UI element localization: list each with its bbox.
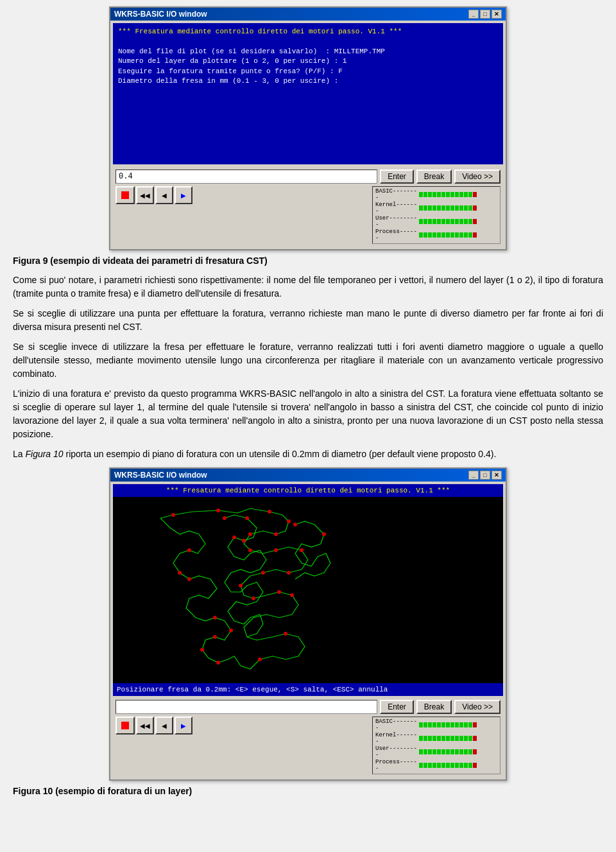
titlebar-2: WKRS-BASIC I/O window _ □ ✕ — [110, 469, 506, 482]
svg-point-24 — [187, 548, 191, 552]
progress-panel-2: BASIC-------- — [372, 717, 501, 774]
figure1-caption-text: Figura 9 (esempio di videata dei paramet… — [13, 256, 268, 266]
svg-point-1 — [216, 509, 220, 512]
progress-row-process-2: Process------ — [375, 759, 497, 772]
rewind-icon-1: ◀◀ — [140, 192, 150, 199]
prev-button-2[interactable]: ◀ — [155, 717, 173, 735]
progress-panel-1: BASIC-------- — [372, 186, 501, 244]
rewind-button-2[interactable]: ◀◀ — [136, 717, 154, 735]
play-button-1[interactable]: ▶ — [175, 186, 193, 204]
svg-point-2 — [268, 510, 271, 514]
drill-points — [171, 509, 326, 665]
maximize-button-2[interactable]: □ — [480, 471, 490, 480]
terminal-line-1 — [118, 37, 498, 46]
svg-point-27 — [242, 539, 246, 543]
window-body-2: *** Fresatura mediante controllo diretto… — [110, 482, 506, 779]
body-paragraph-3: Se si sceglie invece di utilizzare la fr… — [13, 340, 603, 381]
svg-point-5 — [248, 532, 252, 536]
window-controls-1: _ □ ✕ — [468, 10, 502, 19]
close-button-1[interactable]: ✕ — [492, 10, 502, 19]
svg-point-9 — [287, 571, 291, 575]
input-field-1[interactable] — [116, 170, 377, 184]
progress-label-user-1: User--------- — [375, 215, 417, 228]
maximize-button-1[interactable]: □ — [480, 10, 490, 19]
svg-point-25 — [223, 516, 227, 520]
progress-bar-user-1 — [419, 219, 477, 224]
svg-point-18 — [200, 648, 204, 652]
controls-area-2: Enter Break Video >> — [113, 697, 503, 715]
progress-row-kernel-1: Kernel------- — [375, 202, 497, 214]
progress-row-user-2: User--------- — [375, 745, 497, 758]
progress-label-kernel-2: Kernel------- — [375, 732, 417, 745]
progress-bar-basic-1 — [419, 192, 477, 197]
progress-bar-process-1 — [419, 232, 477, 238]
figure2-caption-text: Figura 10 (esempio di foratura di un lay… — [13, 786, 192, 796]
stop-button-1[interactable] — [116, 186, 135, 204]
svg-point-10 — [261, 571, 265, 575]
figure2-caption: Figura 10 (esempio di foratura di un lay… — [13, 786, 603, 796]
playback-controls-2: ◀◀ ◀ ▶ — [116, 717, 370, 735]
window-controls-2: _ □ ✕ — [468, 471, 502, 480]
minimize-button-1[interactable]: _ — [468, 10, 479, 19]
svg-point-20 — [229, 629, 233, 632]
milling-path — [160, 509, 330, 669]
svg-point-11 — [239, 584, 243, 587]
break-button-1[interactable]: Break — [416, 170, 452, 184]
break-button-2[interactable]: Break — [416, 700, 452, 714]
status-bar-2: Posizionare fresa da 0.2mm: <E> esegue, … — [113, 683, 503, 696]
progress-label-process-1: Process------ — [375, 229, 417, 241]
input-field-2[interactable] — [116, 700, 377, 714]
progress-row-kernel-2: Kernel------- — [375, 732, 497, 745]
wkrs-window-1: WKRS-BASIC I/O window _ □ ✕ *** Fresatur… — [109, 6, 507, 250]
status-row-2: ◀◀ ◀ ▶ BASIC-------- — [113, 715, 503, 777]
body-paragraph-5: La Figura 10 riporta un esempio di piano… — [13, 448, 603, 461]
svg-point-6 — [248, 548, 252, 552]
nav-buttons-1: ◀◀ ◀ ▶ — [136, 186, 193, 204]
svg-point-3 — [287, 519, 291, 523]
stop-button-2[interactable] — [116, 717, 135, 735]
window-title-2: WKRS-BASIC I/O window — [114, 471, 207, 480]
minimize-button-2[interactable]: _ — [468, 471, 479, 480]
terminal-line-5: Diametro della fresa in mm (0.1 - 3, 0 p… — [118, 76, 498, 86]
svg-point-22 — [187, 577, 191, 581]
canvas-area-2 — [113, 497, 503, 683]
progress-bar-basic-2 — [419, 722, 477, 727]
window-title-1: WKRS-BASIC I/O window — [114, 10, 207, 19]
video-button-2[interactable]: Video >> — [454, 700, 501, 714]
svg-point-28 — [232, 535, 236, 539]
enter-button-1[interactable]: Enter — [380, 170, 414, 184]
play-icon-2: ▶ — [181, 722, 186, 729]
svg-point-0 — [171, 513, 175, 517]
svg-point-7 — [274, 548, 278, 552]
progress-bar-kernel-2 — [419, 736, 477, 741]
play-button-2[interactable]: ▶ — [175, 717, 193, 735]
svg-point-21 — [213, 616, 217, 620]
svg-point-16 — [258, 657, 262, 661]
progress-row-process-1: Process------ — [375, 229, 497, 241]
progress-label-process-2: Process------ — [375, 759, 417, 772]
close-button-2[interactable]: ✕ — [492, 471, 502, 480]
svg-point-29 — [293, 523, 297, 526]
body-paragraph-2: Se si sceglie di utilizzare una punta pe… — [13, 307, 603, 334]
progress-label-kernel-1: Kernel------- — [375, 202, 417, 214]
progress-row-user-1: User--------- — [375, 215, 497, 228]
playback-controls-1: ◀◀ ◀ ▶ — [116, 186, 370, 204]
svg-point-14 — [290, 593, 294, 597]
progress-bar-process-2 — [419, 763, 477, 768]
status-row-1: ◀◀ ◀ ▶ BASIC-------- — [113, 185, 503, 247]
body-paragraph-4: L'inizio di una foratura e' previsto da … — [13, 387, 603, 441]
plot-header-2: *** Fresatura mediante controllo diretto… — [113, 484, 503, 497]
prev-button-1[interactable]: ◀ — [155, 186, 173, 204]
svg-point-17 — [216, 661, 220, 665]
video-button-1[interactable]: Video >> — [454, 170, 501, 184]
body-paragraph-1: Come si puo' notare, i parametri richies… — [13, 274, 603, 300]
svg-point-26 — [245, 516, 249, 520]
terminal-area-1: *** Fresatura mediante controllo diretto… — [113, 23, 503, 164]
progress-bar-user-2 — [419, 749, 477, 754]
stop-icon-2 — [121, 722, 129, 729]
controls-area-1: Enter Break Video >> — [113, 167, 503, 185]
rewind-button-1[interactable]: ◀◀ — [136, 186, 154, 204]
enter-button-2[interactable]: Enter — [380, 700, 414, 714]
progress-label-basic-1: BASIC-------- — [375, 188, 417, 201]
svg-point-4 — [274, 532, 278, 536]
